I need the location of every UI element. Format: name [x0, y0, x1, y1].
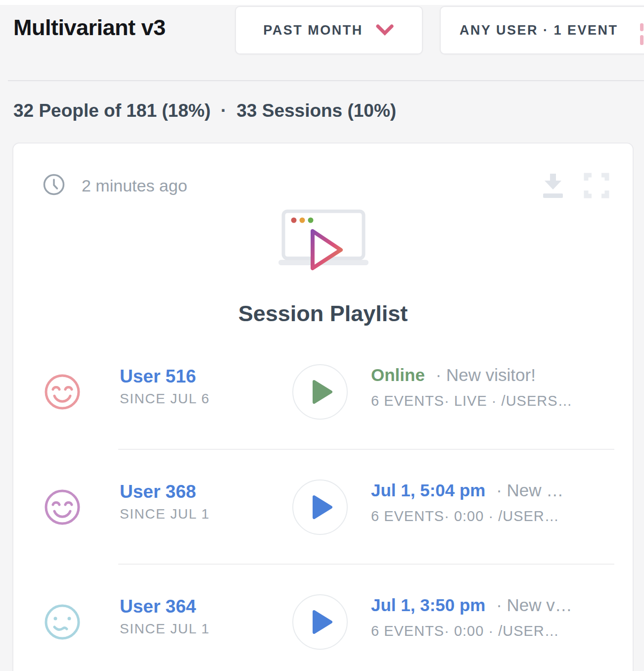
sessions-stat: 33 Sessions (10%): [236, 100, 396, 121]
fullscreen-icon[interactable]: [583, 172, 610, 199]
header-divider: [8, 80, 644, 81]
playlist-title: Session Playlist: [13, 301, 633, 327]
session-status-note: · New v…: [496, 595, 572, 615]
clock-icon: [42, 173, 66, 196]
user-since-label: SINCE JUL 6: [120, 391, 210, 407]
session-status: Online: [371, 365, 425, 384]
last-updated-label: 2 minutes ago: [82, 176, 187, 195]
stats-separator: ·: [221, 100, 227, 121]
session-timestamp: Jul 1, 5:04 pm: [371, 480, 485, 500]
play-session-button[interactable]: [292, 364, 348, 420]
user-filter-dropdown[interactable]: ANY USER · 1 EVENT: [440, 6, 644, 54]
user-filter-label: ANY USER · 1 EVENT: [460, 23, 618, 38]
play-icon: [313, 610, 332, 634]
happy-face-avatar-icon: [44, 488, 81, 526]
session-row: User 364 SINCE JUL 1 Jul 1, 3:50 pm · Ne…: [13, 565, 633, 671]
session-row: User 516 SINCE JUL 6 Online · New visito…: [13, 335, 633, 449]
clipped-pink-glyph: [640, 23, 644, 45]
play-session-button[interactable]: [292, 479, 348, 535]
session-status-line: Online · New visitor!: [371, 365, 536, 385]
user-since-label: SINCE JUL 1: [120, 506, 210, 522]
play-icon: [313, 495, 332, 519]
session-status-line: Jul 1, 5:04 pm · New …: [371, 480, 563, 500]
time-range-label: PAST MONTH: [263, 23, 363, 38]
wink-face-avatar-icon: [44, 603, 81, 641]
play-icon: [313, 380, 332, 404]
stats-summary: 32 People of 181 (18%) · 33 Sessions (10…: [13, 100, 396, 121]
session-timestamp: Jul 1, 3:50 pm: [371, 595, 485, 615]
session-details-line: 6 EVENTS· LIVE · /USERS…: [371, 393, 573, 409]
time-range-dropdown[interactable]: PAST MONTH: [235, 6, 423, 54]
user-link[interactable]: User 516: [120, 366, 196, 387]
session-status-line: Jul 1, 3:50 pm · New v…: [371, 595, 572, 615]
window-dot-green: [308, 218, 314, 223]
session-player-illustration: [269, 208, 379, 282]
session-playlist-card: 2 minutes ago: [12, 143, 634, 671]
session-status-note: · New visitor!: [436, 365, 536, 384]
funnel-report-page: Multivariant v3 PAST MONTH ANY USER · 1 …: [0, 0, 644, 671]
session-row: User 368 SINCE JUL 1 Jul 1, 5:04 pm · Ne…: [13, 450, 633, 565]
top-edge-strip: [0, 0, 644, 5]
user-link[interactable]: User 364: [120, 596, 196, 617]
user-link[interactable]: User 368: [120, 481, 196, 502]
session-status-note: · New …: [496, 480, 563, 500]
session-details-line: 6 EVENTS· 0:00 · /USER…: [371, 508, 559, 525]
window-dot-orange: [300, 218, 305, 223]
window-dot-red: [291, 218, 297, 223]
play-session-button[interactable]: [292, 594, 348, 650]
download-icon[interactable]: [539, 171, 567, 200]
page-title: Multivariant v3: [13, 15, 166, 41]
user-since-label: SINCE JUL 1: [120, 621, 210, 637]
people-stat: 32 People of 181 (18%): [13, 100, 211, 121]
chevron-down-icon: [375, 24, 395, 36]
session-details-line: 6 EVENTS· 0:00 · /USER…: [371, 623, 559, 639]
happy-face-avatar-icon: [44, 373, 81, 411]
